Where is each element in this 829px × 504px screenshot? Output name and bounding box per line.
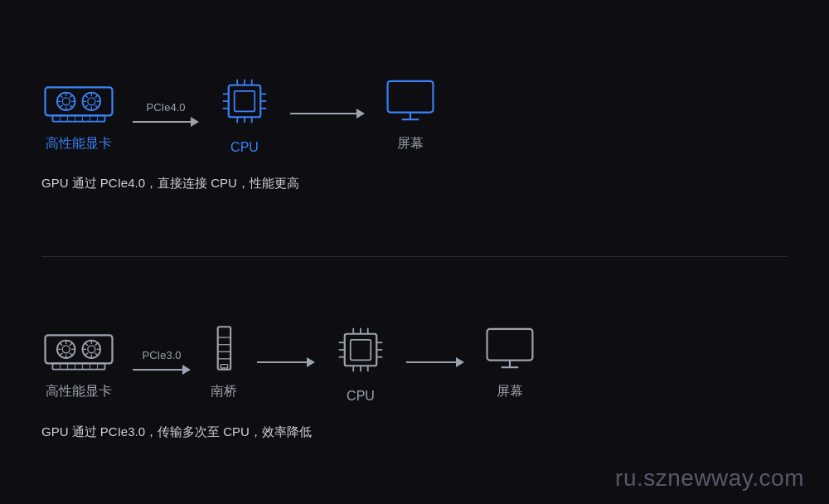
top-pcie-label: PCIe4.0 — [147, 101, 186, 114]
bottom-bridge-component: 南桥 — [207, 323, 240, 400]
bottom-cpu-component: CPU — [332, 321, 390, 404]
top-gpu-label: 高性能显卡 — [46, 135, 112, 153]
bottom-pcie-label: PCIe3.0 — [143, 349, 182, 361]
svg-line-8 — [70, 105, 73, 109]
svg-line-18 — [95, 105, 99, 109]
main-container: 高性能显卡 PCIe4.0 — [0, 0, 829, 504]
bottom-plain-arrow — [257, 357, 315, 367]
svg-line-53 — [70, 353, 73, 356]
svg-line-54 — [60, 353, 63, 356]
top-diagram-row: 高性能显卡 PCIe4.0 — [41, 72, 788, 155]
bottom-description: GPU 通过 PCIe3.0，传输多次至 CPU，效率降低 — [41, 424, 788, 440]
top-cpu-component: CPU — [216, 72, 274, 155]
svg-rect-42 — [388, 81, 434, 113]
bottom-screen-component: 屏幕 — [481, 323, 539, 400]
svg-rect-79 — [345, 334, 377, 366]
svg-line-20 — [95, 94, 99, 98]
section-divider — [41, 256, 788, 257]
cpu-icon-blue — [216, 72, 274, 133]
svg-point-2 — [62, 98, 70, 105]
bottom-arrow-graphic3 — [406, 357, 464, 367]
svg-line-65 — [95, 343, 99, 346]
bridge-icon-gray — [207, 323, 240, 376]
svg-line-7 — [60, 94, 63, 98]
svg-line-62 — [85, 343, 88, 346]
top-gpu-component: 高性能显卡 — [41, 75, 116, 153]
svg-line-64 — [85, 353, 88, 356]
bottom-pcie-arrow: PCIe3.0 — [133, 349, 191, 375]
bottom-gpu-component: 高性能显卡 — [41, 323, 116, 400]
top-screen-component: 屏幕 — [381, 75, 439, 153]
top-arrow-graphic — [133, 117, 199, 127]
svg-line-9 — [60, 105, 63, 109]
svg-rect-74 — [221, 365, 228, 368]
bottom-plain-arrow2 — [406, 357, 464, 367]
bottom-section: 高性能显卡 PCIe3.0 — [41, 265, 788, 488]
top-description: GPU 通过 PCIe4.0，直接连接 CPU，性能更高 — [41, 176, 788, 191]
svg-point-47 — [62, 346, 70, 353]
top-cpu-label: CPU — [230, 140, 259, 155]
top-arrow-graphic2 — [290, 109, 365, 119]
bottom-diagram-row: 高性能显卡 PCIe3.0 — [41, 321, 788, 404]
svg-line-63 — [95, 353, 99, 356]
svg-line-52 — [60, 343, 63, 346]
bottom-cpu-label: CPU — [347, 389, 375, 404]
svg-point-57 — [88, 346, 95, 353]
svg-rect-0 — [46, 87, 113, 115]
bottom-gpu-label: 高性能显卡 — [46, 383, 112, 400]
cpu-icon-gray — [332, 321, 390, 382]
svg-line-17 — [85, 94, 88, 98]
bottom-arrow-graphic — [133, 365, 191, 375]
svg-point-12 — [88, 98, 95, 105]
screen-icon-gray — [481, 323, 539, 376]
svg-line-55 — [70, 343, 73, 346]
svg-rect-45 — [46, 336, 113, 364]
top-screen-label: 屏幕 — [397, 135, 424, 153]
svg-rect-29 — [235, 91, 255, 112]
svg-line-19 — [85, 105, 88, 109]
svg-rect-73 — [218, 327, 230, 370]
gpu-icon-blue — [41, 75, 116, 128]
bottom-screen-label: 屏幕 — [497, 383, 523, 400]
svg-rect-28 — [229, 85, 261, 118]
bottom-arrow-graphic2 — [257, 357, 315, 367]
svg-rect-80 — [351, 340, 371, 361]
top-plain-arrow — [290, 109, 365, 119]
top-pcie-arrow: PCIe4.0 — [133, 101, 199, 127]
bottom-bridge-label: 南桥 — [211, 383, 237, 400]
screen-icon-blue — [381, 75, 439, 128]
svg-line-10 — [70, 94, 73, 98]
top-section: 高性能显卡 PCIe4.0 — [41, 25, 788, 248]
gpu-icon-gray — [41, 323, 116, 376]
svg-rect-93 — [487, 329, 533, 361]
